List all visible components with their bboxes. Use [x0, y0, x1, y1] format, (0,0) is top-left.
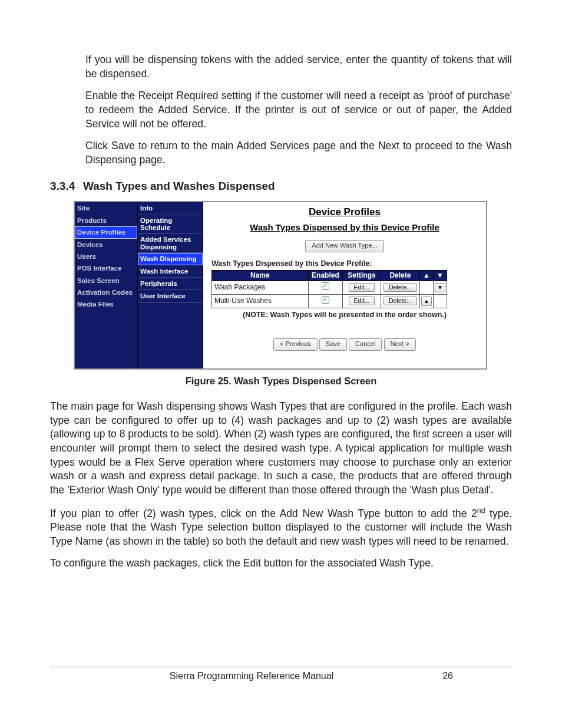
paragraph-two-wash-types: If you plan to offer (2) wash types, cli…: [50, 506, 512, 549]
col-name: Name: [212, 270, 309, 281]
content-pane: Device Profiles Wash Types Dispensed by …: [203, 202, 486, 368]
nav-products[interactable]: Products: [75, 215, 137, 226]
col-settings: Settings: [343, 270, 381, 281]
primary-nav: Site Products Device Profiles Devices Us…: [75, 202, 138, 368]
row1-enabled-checkbox[interactable]: [322, 282, 329, 290]
add-new-wash-type-button[interactable]: Add New Wash Type...: [305, 240, 384, 252]
col-up: ▲: [419, 270, 433, 281]
nav-media-files[interactable]: Media Files: [75, 298, 137, 310]
paragraph-configure: To configure the wash packages, click th…: [50, 556, 512, 571]
order-note: (NOTE: Wash Types will be presented in t…: [209, 311, 480, 320]
pane-title: Device Profiles: [209, 206, 480, 218]
subnav-peripherals[interactable]: Peripherals: [138, 278, 203, 290]
nav-devices[interactable]: Devices: [75, 239, 137, 251]
previous-button[interactable]: < Previous: [273, 338, 317, 351]
nav-users[interactable]: Users: [75, 251, 137, 262]
nav-device-profiles[interactable]: Device Profiles: [75, 226, 137, 238]
table-row: Multi-Use Washes Edit... Delete... ▲: [212, 294, 447, 308]
nav-site[interactable]: Site: [75, 202, 137, 214]
row2-delete-button[interactable]: Delete...: [384, 297, 417, 305]
table-row: Wash Packages Edit... Delete... ▼: [212, 281, 447, 294]
paragraph-main-page: The main page for Wash dispensing shows …: [50, 400, 512, 497]
subnav-info[interactable]: Info: [138, 202, 203, 215]
screenshot-figure: Site Products Device Profiles Devices Us…: [74, 201, 487, 370]
row2-edit-button[interactable]: Edit...: [349, 297, 375, 305]
nav-activation-codes[interactable]: Activation Codes: [75, 286, 137, 298]
paragraph-receipt: Enable the Receipt Required setting if t…: [50, 89, 512, 131]
subnav-wash-dispensing[interactable]: Wash Dispensing: [138, 253, 203, 265]
page-footer: Sierra Programming Reference Manual 26: [50, 667, 512, 681]
paragraph-save: Click Save to return to the main Added S…: [50, 139, 512, 167]
wash-types-table: Name Enabled Settings Delete ▲ ▼ Wash Pa…: [211, 270, 447, 308]
subnav-added-services-dispensing[interactable]: Added Services Dispensing: [138, 234, 203, 253]
section-title: Wash Types and Washes Dispensed: [83, 180, 275, 192]
save-button[interactable]: Save: [319, 338, 347, 351]
row1-name: Wash Packages: [212, 281, 309, 294]
subnav-wash-interface[interactable]: Wash Interface: [138, 265, 203, 278]
subnav-user-interface[interactable]: User Interface: [138, 290, 203, 302]
pane-subtitle: Wash Types Dispensed by this Device Prof…: [209, 222, 480, 233]
row2-name: Multi-Use Washes: [212, 294, 309, 308]
col-down: ▼: [433, 270, 447, 281]
row1-edit-button[interactable]: Edit...: [349, 283, 375, 292]
cancel-button[interactable]: Cancel: [349, 338, 382, 351]
row2-enabled-checkbox[interactable]: [322, 296, 329, 304]
paragraph-tokens: If you will be dispensing tokens with th…: [50, 53, 512, 81]
section-heading: 3.3.4Wash Types and Washes Dispensed: [50, 180, 512, 193]
row1-delete-button[interactable]: Delete...: [384, 283, 417, 292]
figure-caption: Figure 25. Wash Types Dispensed Screen: [50, 375, 512, 387]
footer-page-number: 26: [382, 671, 512, 681]
row1-move-down-button[interactable]: ▼: [435, 283, 445, 292]
col-enabled: Enabled: [308, 270, 342, 281]
nav-sales-screen[interactable]: Sales Screen: [75, 275, 137, 286]
next-button[interactable]: Next >: [384, 338, 416, 351]
row2-move-up-button[interactable]: ▲: [421, 297, 432, 306]
footer-title: Sierra Programming Reference Manual: [121, 671, 382, 681]
section-number: 3.3.4: [50, 180, 83, 193]
list-label: Wash Types Dispensed by this Device Prof…: [211, 259, 480, 269]
subnav-operating-schedule[interactable]: Operating Schedule: [138, 215, 203, 234]
nav-pos-interface[interactable]: POS Interface: [75, 262, 137, 274]
col-delete: Delete: [381, 270, 419, 281]
secondary-nav: Info Operating Schedule Added Services D…: [138, 202, 203, 368]
